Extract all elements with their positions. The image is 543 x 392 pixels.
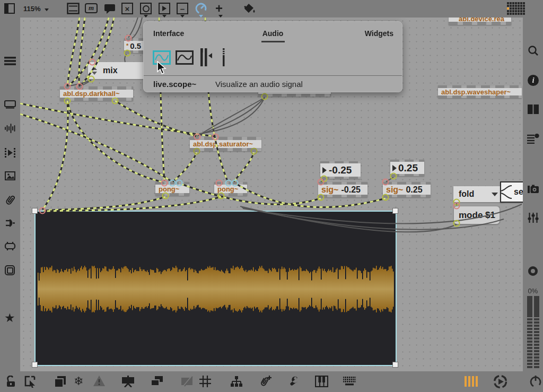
inspector-square-icon[interactable]: [5, 265, 15, 275]
umenu-fold[interactable]: fold: [453, 186, 504, 202]
paperclip-icon[interactable]: [6, 194, 15, 205]
selection-handle[interactable]: [32, 362, 38, 368]
menu-icon[interactable]: [4, 56, 16, 66]
object-box-sel-partial[interactable]: se: [500, 181, 523, 203]
comment-icon[interactable]: [104, 4, 116, 14]
attach-plus-icon[interactable]: [259, 375, 272, 387]
outlet[interactable]: [64, 98, 71, 104]
power-icon[interactable]: [529, 375, 542, 388]
tab-audio[interactable]: Audio: [261, 29, 285, 42]
inlet[interactable]: [76, 83, 83, 90]
faders-icon[interactable]: [528, 213, 539, 223]
activity-bars-icon[interactable]: [465, 376, 478, 387]
scope-icon[interactable]: [176, 50, 194, 65]
live-scope-display[interactable]: [34, 211, 397, 366]
inlet[interactable]: [382, 179, 389, 186]
add-object-icon[interactable]: +: [215, 1, 223, 16]
image-icon[interactable]: [5, 171, 15, 180]
outlet[interactable]: [318, 194, 325, 201]
outlet[interactable]: [218, 193, 225, 199]
object-box-sig-neg[interactable]: sig~ -0.25: [318, 182, 367, 197]
outlet[interactable]: [382, 194, 389, 201]
audio-wave-icon[interactable]: [4, 124, 16, 133]
live-gain-icon[interactable]: [200, 48, 213, 66]
meter-icon[interactable]: [222, 48, 225, 66]
selection-handle[interactable]: [392, 208, 398, 214]
object-box-waveshaper[interactable]: abl.dsp.waveshaper~: [438, 85, 522, 98]
disc-icon[interactable]: [528, 266, 538, 276]
chevron-down-icon[interactable]: [162, 15, 167, 18]
plug-icon[interactable]: [5, 218, 15, 228]
inlet[interactable]: [64, 83, 71, 90]
layers-icon[interactable]: [54, 376, 66, 388]
search-icon[interactable]: [528, 45, 539, 56]
chevron-down-icon[interactable]: [199, 15, 203, 18]
keyboard-icon[interactable]: [343, 377, 356, 386]
sidebar-toggle-icon[interactable]: [4, 3, 15, 14]
media-play-icon[interactable]: [5, 147, 15, 158]
presentation-icon[interactable]: [121, 376, 135, 387]
outlet[interactable]: [261, 93, 268, 100]
patcher-canvas[interactable]: abl.device.rea * 0.5 mix abl.dsp.darkhal…: [20, 18, 523, 371]
outlet[interactable]: [124, 50, 131, 57]
copy-icon[interactable]: [151, 376, 163, 387]
freeze-icon[interactable]: ❄: [74, 374, 83, 388]
list-icon[interactable]: [527, 134, 539, 144]
hierarchy-icon[interactable]: [230, 376, 243, 387]
select-region-icon[interactable]: [24, 376, 37, 388]
snapshot-camera-icon[interactable]: [528, 185, 539, 194]
inlet[interactable]: [232, 180, 239, 187]
toggle-object-icon[interactable]: [159, 3, 170, 14]
number-object-icon[interactable]: –: [177, 3, 188, 14]
chevron-down-icon[interactable]: [218, 15, 223, 18]
chevron-down-icon[interactable]: [144, 15, 148, 18]
inlet[interactable]: [161, 180, 168, 187]
inlet[interactable]: [89, 59, 96, 66]
inlet[interactable]: [194, 134, 201, 141]
inlet[interactable]: [216, 180, 223, 187]
dial-object-icon[interactable]: [140, 3, 152, 14]
inlet[interactable]: [453, 203, 460, 210]
live-dial-icon[interactable]: [195, 2, 207, 15]
info-icon[interactable]: i: [528, 75, 539, 86]
console-icon[interactable]: [4, 100, 16, 109]
wrench-icon[interactable]: [286, 375, 299, 388]
patcher-icon[interactable]: [67, 3, 80, 14]
object-box-darkhall[interactable]: abl.dsp.darkhall~: [60, 86, 133, 101]
inlet[interactable]: [125, 35, 132, 42]
tab-widgets[interactable]: Widgets: [365, 29, 393, 38]
scope-waveform: [36, 212, 396, 365]
umenu-mix[interactable]: mix: [88, 62, 148, 79]
star-icon[interactable]: ★: [4, 311, 15, 325]
outlet[interactable]: [453, 220, 460, 227]
object-box-sig-pos[interactable]: sig~ 0.25: [383, 182, 431, 197]
tab-interface[interactable]: Interface: [153, 29, 184, 38]
selection-handle[interactable]: [392, 362, 398, 368]
object-box-device[interactable]: abl.device.rea: [449, 18, 511, 25]
piano-icon[interactable]: [315, 376, 328, 387]
outlet[interactable]: [88, 76, 95, 83]
selection-handle[interactable]: [32, 208, 38, 214]
object-box-icon[interactable]: ×: [121, 3, 133, 14]
message-object-icon[interactable]: m: [85, 3, 98, 13]
zoom-level-dropdown[interactable]: 115%: [23, 5, 49, 13]
inlet[interactable]: [318, 179, 325, 186]
unlock-icon[interactable]: [5, 376, 17, 388]
columns-icon[interactable]: [528, 104, 539, 114]
outlet[interactable]: [390, 173, 397, 180]
connector-icon[interactable]: [4, 242, 16, 250]
outlet[interactable]: [194, 148, 200, 155]
outlet[interactable]: [162, 193, 169, 199]
paint-bucket-icon[interactable]: [243, 3, 257, 15]
inlet[interactable]: [212, 134, 219, 141]
inlet[interactable]: [176, 180, 183, 187]
chevron-down-icon[interactable]: [180, 15, 185, 18]
message-box-mode[interactable]: mode $1: [453, 206, 500, 224]
outlet[interactable]: [112, 98, 119, 104]
outlet[interactable]: [251, 148, 258, 155]
inlet[interactable]: [39, 207, 46, 214]
matrix-icon[interactable]: [507, 2, 526, 16]
inlet[interactable]: [169, 180, 176, 187]
grid-icon[interactable]: [199, 376, 211, 387]
transport-icon[interactable]: [493, 374, 507, 389]
